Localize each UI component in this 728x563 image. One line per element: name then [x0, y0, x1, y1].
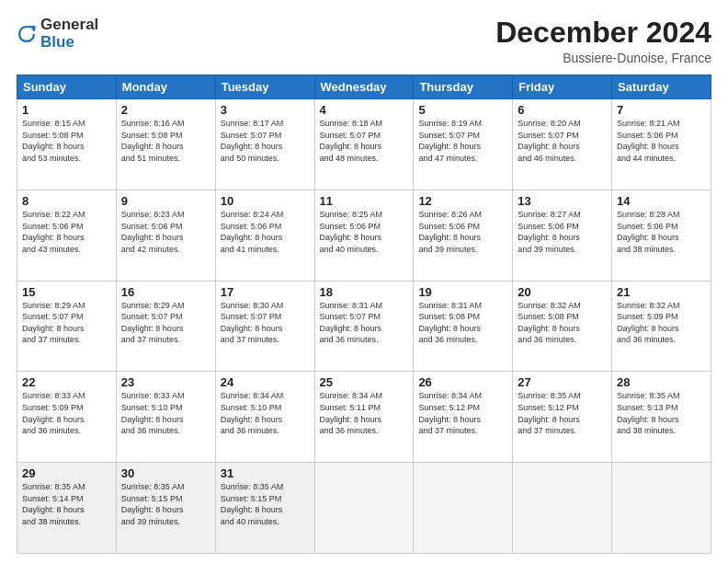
- table-row: 25Sunrise: 8:34 AM Sunset: 5:11 PM Dayli…: [314, 372, 414, 463]
- calendar-week-row: 1Sunrise: 8:15 AM Sunset: 5:08 PM Daylig…: [17, 99, 711, 190]
- header: General Blue December 2024 Bussiere-Duno…: [17, 17, 711, 65]
- calendar-table: Sunday Monday Tuesday Wednesday Thursday…: [17, 75, 711, 554]
- logo-general: General: [40, 17, 98, 34]
- day-info: Sunrise: 8:20 AM Sunset: 5:07 PM Dayligh…: [518, 118, 607, 164]
- day-number: 25: [320, 375, 409, 389]
- page: General Blue December 2024 Bussiere-Duno…: [0, 0, 728, 563]
- day-number: 28: [617, 375, 706, 389]
- table-row: 23Sunrise: 8:33 AM Sunset: 5:10 PM Dayli…: [116, 372, 215, 463]
- table-row: 12Sunrise: 8:26 AM Sunset: 5:06 PM Dayli…: [414, 190, 513, 281]
- day-info: Sunrise: 8:31 AM Sunset: 5:07 PM Dayligh…: [320, 300, 409, 346]
- table-row: 7Sunrise: 8:21 AM Sunset: 5:06 PM Daylig…: [612, 99, 711, 190]
- col-monday: Monday: [116, 75, 215, 99]
- calendar-week-row: 15Sunrise: 8:29 AM Sunset: 5:07 PM Dayli…: [17, 281, 711, 372]
- day-number: 20: [518, 285, 607, 299]
- day-info: Sunrise: 8:24 AM Sunset: 5:06 PM Dayligh…: [221, 209, 310, 255]
- day-info: Sunrise: 8:35 AM Sunset: 5:12 PM Dayligh…: [518, 390, 607, 436]
- day-info: Sunrise: 8:29 AM Sunset: 5:07 PM Dayligh…: [121, 300, 210, 346]
- day-number: 29: [22, 466, 111, 480]
- col-tuesday: Tuesday: [215, 75, 314, 99]
- day-info: Sunrise: 8:28 AM Sunset: 5:06 PM Dayligh…: [617, 209, 706, 255]
- day-info: Sunrise: 8:16 AM Sunset: 5:08 PM Dayligh…: [121, 118, 210, 164]
- day-number: 14: [617, 194, 706, 208]
- day-number: 23: [121, 375, 210, 389]
- table-row: 20Sunrise: 8:32 AM Sunset: 5:08 PM Dayli…: [513, 281, 612, 372]
- day-info: Sunrise: 8:18 AM Sunset: 5:07 PM Dayligh…: [320, 118, 409, 164]
- day-info: Sunrise: 8:15 AM Sunset: 5:08 PM Dayligh…: [22, 118, 111, 164]
- calendar-week-row: 22Sunrise: 8:33 AM Sunset: 5:09 PM Dayli…: [17, 372, 711, 463]
- logo-blue: Blue: [40, 34, 98, 52]
- day-number: 6: [518, 103, 607, 117]
- day-number: 24: [221, 375, 310, 389]
- col-sunday: Sunday: [17, 75, 117, 99]
- day-info: Sunrise: 8:27 AM Sunset: 5:06 PM Dayligh…: [518, 209, 607, 255]
- table-row: 17Sunrise: 8:30 AM Sunset: 5:07 PM Dayli…: [215, 281, 314, 372]
- day-info: Sunrise: 8:25 AM Sunset: 5:06 PM Dayligh…: [320, 209, 409, 255]
- day-info: Sunrise: 8:31 AM Sunset: 5:08 PM Dayligh…: [418, 300, 507, 346]
- day-number: 17: [221, 285, 310, 299]
- day-number: 16: [121, 285, 210, 299]
- day-number: 15: [22, 285, 111, 299]
- table-row: 14Sunrise: 8:28 AM Sunset: 5:06 PM Dayli…: [612, 190, 711, 281]
- table-row: 21Sunrise: 8:32 AM Sunset: 5:09 PM Dayli…: [612, 281, 711, 372]
- day-number: 5: [418, 103, 507, 117]
- day-info: Sunrise: 8:35 AM Sunset: 5:15 PM Dayligh…: [221, 481, 310, 527]
- day-info: Sunrise: 8:35 AM Sunset: 5:14 PM Dayligh…: [22, 481, 111, 527]
- day-number: 4: [320, 103, 409, 117]
- table-row: [314, 463, 414, 554]
- col-friday: Friday: [513, 75, 612, 99]
- day-info: Sunrise: 8:32 AM Sunset: 5:08 PM Dayligh…: [518, 300, 607, 346]
- day-number: 9: [121, 194, 210, 208]
- table-row: 13Sunrise: 8:27 AM Sunset: 5:06 PM Dayli…: [513, 190, 612, 281]
- table-row: 26Sunrise: 8:34 AM Sunset: 5:12 PM Dayli…: [414, 372, 513, 463]
- day-info: Sunrise: 8:22 AM Sunset: 5:06 PM Dayligh…: [22, 209, 111, 255]
- table-row: 16Sunrise: 8:29 AM Sunset: 5:07 PM Dayli…: [116, 281, 215, 372]
- day-info: Sunrise: 8:21 AM Sunset: 5:06 PM Dayligh…: [617, 118, 706, 164]
- table-row: 24Sunrise: 8:34 AM Sunset: 5:10 PM Dayli…: [215, 372, 314, 463]
- day-number: 31: [221, 466, 310, 480]
- day-number: 2: [121, 103, 210, 117]
- col-thursday: Thursday: [414, 75, 513, 99]
- day-info: Sunrise: 8:32 AM Sunset: 5:09 PM Dayligh…: [617, 300, 706, 346]
- day-info: Sunrise: 8:30 AM Sunset: 5:07 PM Dayligh…: [221, 300, 310, 346]
- day-info: Sunrise: 8:29 AM Sunset: 5:07 PM Dayligh…: [22, 300, 111, 346]
- table-row: 6Sunrise: 8:20 AM Sunset: 5:07 PM Daylig…: [513, 99, 612, 190]
- day-number: 27: [518, 375, 607, 389]
- logo-text: General Blue: [40, 17, 98, 51]
- day-info: Sunrise: 8:19 AM Sunset: 5:07 PM Dayligh…: [418, 118, 507, 164]
- table-row: 28Sunrise: 8:35 AM Sunset: 5:13 PM Dayli…: [612, 372, 711, 463]
- title-block: December 2024 Bussiere-Dunoise, France: [495, 17, 711, 65]
- day-number: 22: [22, 375, 111, 389]
- table-row: 9Sunrise: 8:23 AM Sunset: 5:06 PM Daylig…: [116, 190, 215, 281]
- day-number: 11: [320, 194, 409, 208]
- table-row: [612, 463, 711, 554]
- table-row: 2Sunrise: 8:16 AM Sunset: 5:08 PM Daylig…: [116, 99, 215, 190]
- day-number: 10: [221, 194, 310, 208]
- day-number: 1: [22, 103, 111, 117]
- table-row: [414, 463, 513, 554]
- day-number: 18: [320, 285, 409, 299]
- day-number: 12: [418, 194, 507, 208]
- table-row: [513, 463, 612, 554]
- day-info: Sunrise: 8:35 AM Sunset: 5:15 PM Dayligh…: [121, 481, 210, 527]
- table-row: 4Sunrise: 8:18 AM Sunset: 5:07 PM Daylig…: [314, 99, 414, 190]
- table-row: 19Sunrise: 8:31 AM Sunset: 5:08 PM Dayli…: [414, 281, 513, 372]
- day-number: 26: [418, 375, 507, 389]
- calendar-week-row: 8Sunrise: 8:22 AM Sunset: 5:06 PM Daylig…: [17, 190, 711, 281]
- day-number: 30: [121, 466, 210, 480]
- table-row: 15Sunrise: 8:29 AM Sunset: 5:07 PM Dayli…: [17, 281, 117, 372]
- logo: General Blue: [17, 17, 98, 51]
- logo-icon: [17, 24, 37, 44]
- table-row: 27Sunrise: 8:35 AM Sunset: 5:12 PM Dayli…: [513, 372, 612, 463]
- day-info: Sunrise: 8:17 AM Sunset: 5:07 PM Dayligh…: [221, 118, 310, 164]
- location: Bussiere-Dunoise, France: [495, 51, 711, 65]
- table-row: 18Sunrise: 8:31 AM Sunset: 5:07 PM Dayli…: [314, 281, 414, 372]
- table-row: 31Sunrise: 8:35 AM Sunset: 5:15 PM Dayli…: [215, 463, 314, 554]
- table-row: 29Sunrise: 8:35 AM Sunset: 5:14 PM Dayli…: [17, 463, 117, 554]
- col-wednesday: Wednesday: [314, 75, 414, 99]
- day-info: Sunrise: 8:26 AM Sunset: 5:06 PM Dayligh…: [418, 209, 507, 255]
- table-row: 8Sunrise: 8:22 AM Sunset: 5:06 PM Daylig…: [17, 190, 117, 281]
- table-row: 11Sunrise: 8:25 AM Sunset: 5:06 PM Dayli…: [314, 190, 414, 281]
- day-number: 21: [617, 285, 706, 299]
- calendar-header-row: Sunday Monday Tuesday Wednesday Thursday…: [17, 75, 711, 99]
